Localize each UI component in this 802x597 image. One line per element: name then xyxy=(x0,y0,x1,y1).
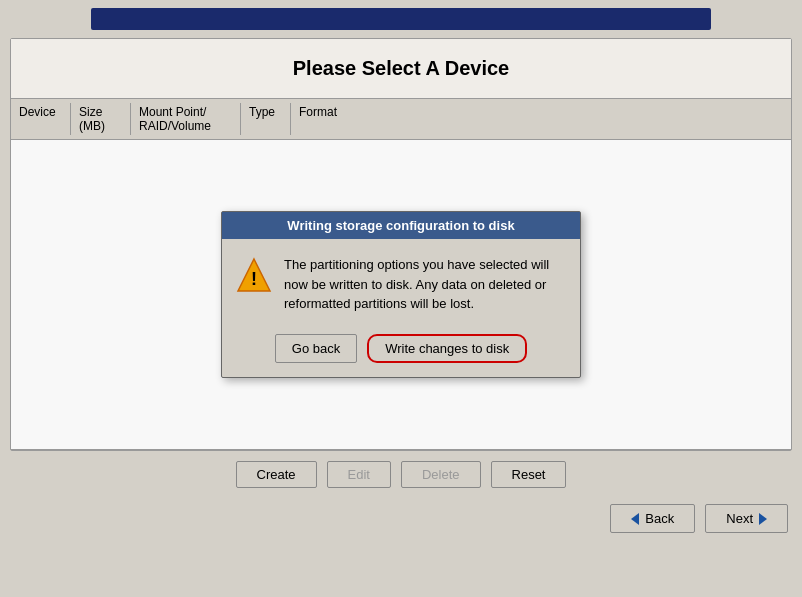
delete-button[interactable]: Delete xyxy=(401,461,481,488)
next-label: Next xyxy=(726,511,753,526)
col-header-size: Size (MB) xyxy=(71,103,131,135)
go-back-button[interactable]: Go back xyxy=(275,334,357,363)
title-area: Please Select A Device xyxy=(11,39,791,99)
reset-button[interactable]: Reset xyxy=(491,461,567,488)
col-header-type: Type xyxy=(241,103,291,135)
nav-bar: Back Next xyxy=(0,496,802,541)
modal-title-bar: Writing storage configuration to disk xyxy=(222,212,580,239)
page-title: Please Select A Device xyxy=(21,57,781,80)
modal-message: The partitioning options you have select… xyxy=(284,255,566,314)
col-header-device: Device xyxy=(11,103,71,135)
edit-button[interactable]: Edit xyxy=(327,461,391,488)
modal-dialog: Writing storage configuration to disk ! … xyxy=(221,211,581,378)
warning-icon: ! xyxy=(236,257,272,293)
back-button[interactable]: Back xyxy=(610,504,695,533)
modal-overlay: Writing storage configuration to disk ! … xyxy=(11,140,791,449)
back-arrow-icon xyxy=(631,513,639,525)
svg-text:!: ! xyxy=(251,269,257,289)
write-changes-button[interactable]: Write changes to disk xyxy=(367,334,527,363)
col-header-mount: Mount Point/RAID/Volume xyxy=(131,103,241,135)
main-panel: Please Select A Device Device Size (MB) … xyxy=(10,38,792,451)
create-button[interactable]: Create xyxy=(236,461,317,488)
top-bar xyxy=(91,8,711,30)
modal-buttons: Go back Write changes to disk xyxy=(222,326,580,377)
modal-body: ! The partitioning options you have sele… xyxy=(222,239,580,326)
back-label: Back xyxy=(645,511,674,526)
table-content: Writing storage configuration to disk ! … xyxy=(11,140,791,450)
next-arrow-icon xyxy=(759,513,767,525)
action-bar: Create Edit Delete Reset xyxy=(0,451,802,496)
next-button[interactable]: Next xyxy=(705,504,788,533)
table-header: Device Size (MB) Mount Point/RAID/Volume… xyxy=(11,99,791,140)
col-header-format: Format xyxy=(291,103,351,135)
modal-title: Writing storage configuration to disk xyxy=(287,218,514,233)
